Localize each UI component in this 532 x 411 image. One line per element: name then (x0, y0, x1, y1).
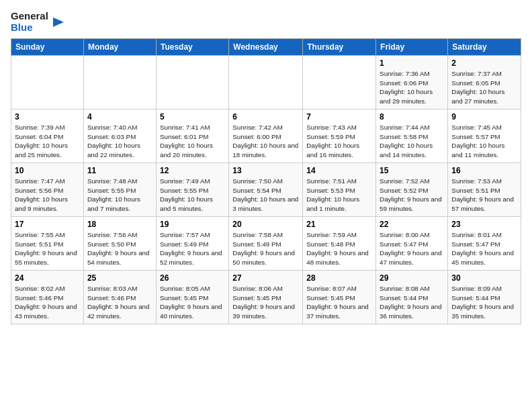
header-monday: Monday (83, 39, 156, 56)
day-number: 25 (87, 273, 152, 283)
header-sunday: Sunday (11, 39, 84, 56)
calendar-cell: 15Sunrise: 7:52 AMSunset: 5:52 PMDayligh… (376, 163, 448, 217)
day-info: Sunrise: 7:59 AMSunset: 5:48 PMDaylight:… (306, 230, 372, 267)
day-info: Sunrise: 7:43 AMSunset: 5:59 PMDaylight:… (306, 123, 372, 160)
day-number: 18 (87, 220, 152, 229)
calendar-cell (229, 56, 303, 109)
day-number: 9 (451, 112, 517, 122)
day-number: 7 (306, 112, 372, 122)
page-header: General Blue (11, 11, 521, 33)
calendar-week-2: 3Sunrise: 7:39 AMSunset: 6:04 PMDaylight… (11, 109, 521, 163)
day-number: 5 (160, 112, 225, 122)
calendar-header-row: SundayMondayTuesdayWednesdayThursdayFrid… (11, 39, 521, 56)
calendar-cell (83, 56, 156, 109)
day-number: 8 (380, 112, 444, 122)
logo-arrow-icon (50, 15, 65, 30)
calendar-table: SundayMondayTuesdayWednesdayThursdayFrid… (11, 38, 521, 324)
day-number: 22 (380, 220, 444, 229)
calendar-cell: 26Sunrise: 8:05 AMSunset: 5:45 PMDayligh… (156, 271, 228, 324)
day-info: Sunrise: 8:09 AMSunset: 5:44 PMDaylight:… (451, 284, 517, 321)
calendar-cell: 1Sunrise: 7:36 AMSunset: 6:06 PMDaylight… (376, 56, 448, 109)
calendar-cell: 13Sunrise: 7:50 AMSunset: 5:54 PMDayligh… (229, 163, 303, 217)
day-info: Sunrise: 7:56 AMSunset: 5:50 PMDaylight:… (87, 230, 152, 267)
day-info: Sunrise: 8:06 AMSunset: 5:45 PMDaylight:… (232, 284, 299, 321)
day-info: Sunrise: 7:41 AMSunset: 6:01 PMDaylight:… (160, 123, 225, 160)
calendar-week-5: 24Sunrise: 8:02 AMSunset: 5:46 PMDayligh… (11, 271, 521, 324)
logo-blue: Blue (11, 22, 48, 34)
day-info: Sunrise: 7:50 AMSunset: 5:54 PMDaylight:… (232, 177, 299, 214)
day-number: 3 (15, 112, 80, 122)
day-number: 12 (160, 166, 225, 175)
calendar-cell: 7Sunrise: 7:43 AMSunset: 5:59 PMDaylight… (303, 109, 376, 163)
day-number: 30 (451, 273, 517, 283)
svg-marker-0 (53, 17, 64, 27)
calendar-cell: 4Sunrise: 7:40 AMSunset: 6:03 PMDaylight… (83, 109, 156, 163)
calendar-cell (303, 56, 376, 109)
day-number: 20 (232, 220, 299, 229)
day-number: 11 (87, 166, 152, 175)
day-info: Sunrise: 8:00 AMSunset: 5:47 PMDaylight:… (380, 230, 444, 267)
calendar-week-1: 1Sunrise: 7:36 AMSunset: 6:06 PMDaylight… (11, 56, 521, 109)
day-number: 2 (451, 58, 517, 68)
day-info: Sunrise: 7:51 AMSunset: 5:53 PMDaylight:… (306, 177, 372, 214)
day-info: Sunrise: 7:40 AMSunset: 6:03 PMDaylight:… (87, 123, 152, 160)
calendar-cell: 11Sunrise: 7:48 AMSunset: 5:55 PMDayligh… (83, 163, 156, 217)
day-number: 13 (232, 166, 299, 175)
day-info: Sunrise: 8:05 AMSunset: 5:45 PMDaylight:… (160, 284, 225, 321)
day-info: Sunrise: 7:42 AMSunset: 6:00 PMDaylight:… (232, 123, 299, 160)
calendar-cell: 18Sunrise: 7:56 AMSunset: 5:50 PMDayligh… (83, 217, 156, 271)
day-info: Sunrise: 7:52 AMSunset: 5:52 PMDaylight:… (380, 177, 444, 214)
day-info: Sunrise: 7:49 AMSunset: 5:55 PMDaylight:… (160, 177, 225, 214)
day-number: 17 (15, 220, 80, 229)
calendar-cell: 14Sunrise: 7:51 AMSunset: 5:53 PMDayligh… (303, 163, 376, 217)
day-number: 23 (451, 220, 517, 229)
day-number: 19 (160, 220, 225, 229)
logo: General Blue (11, 11, 65, 33)
day-number: 28 (306, 273, 372, 283)
header-thursday: Thursday (303, 39, 376, 56)
day-number: 6 (232, 112, 299, 122)
day-number: 29 (380, 273, 444, 283)
calendar-cell: 16Sunrise: 7:53 AMSunset: 5:51 PMDayligh… (448, 163, 521, 217)
logo-general: General (11, 11, 48, 22)
header-tuesday: Tuesday (156, 39, 228, 56)
day-number: 4 (87, 112, 152, 122)
logo-container: General Blue (11, 11, 65, 33)
calendar-cell: 28Sunrise: 8:07 AMSunset: 5:45 PMDayligh… (303, 271, 376, 324)
calendar-cell: 5Sunrise: 7:41 AMSunset: 6:01 PMDaylight… (156, 109, 228, 163)
calendar-cell: 25Sunrise: 8:03 AMSunset: 5:46 PMDayligh… (83, 271, 156, 324)
day-number: 15 (380, 166, 444, 175)
header-friday: Friday (376, 39, 448, 56)
calendar-cell: 8Sunrise: 7:44 AMSunset: 5:58 PMDaylight… (376, 109, 448, 163)
day-info: Sunrise: 7:55 AMSunset: 5:51 PMDaylight:… (15, 230, 80, 267)
day-info: Sunrise: 7:57 AMSunset: 5:49 PMDaylight:… (160, 230, 225, 267)
calendar-cell: 24Sunrise: 8:02 AMSunset: 5:46 PMDayligh… (11, 271, 84, 324)
calendar-cell (156, 56, 228, 109)
calendar-cell: 6Sunrise: 7:42 AMSunset: 6:00 PMDaylight… (229, 109, 303, 163)
calendar-cell: 19Sunrise: 7:57 AMSunset: 5:49 PMDayligh… (156, 217, 228, 271)
calendar-cell: 17Sunrise: 7:55 AMSunset: 5:51 PMDayligh… (11, 217, 84, 271)
day-info: Sunrise: 7:53 AMSunset: 5:51 PMDaylight:… (451, 177, 517, 214)
day-info: Sunrise: 7:36 AMSunset: 6:06 PMDaylight:… (380, 69, 444, 106)
calendar-cell: 30Sunrise: 8:09 AMSunset: 5:44 PMDayligh… (448, 271, 521, 324)
day-info: Sunrise: 8:02 AMSunset: 5:46 PMDaylight:… (15, 284, 80, 321)
calendar-cell: 27Sunrise: 8:06 AMSunset: 5:45 PMDayligh… (229, 271, 303, 324)
header-wednesday: Wednesday (229, 39, 303, 56)
day-info: Sunrise: 8:01 AMSunset: 5:47 PMDaylight:… (451, 230, 517, 267)
calendar-cell: 22Sunrise: 8:00 AMSunset: 5:47 PMDayligh… (376, 217, 448, 271)
day-number: 24 (15, 273, 80, 283)
calendar-cell: 3Sunrise: 7:39 AMSunset: 6:04 PMDaylight… (11, 109, 84, 163)
calendar-cell: 29Sunrise: 8:08 AMSunset: 5:44 PMDayligh… (376, 271, 448, 324)
calendar-cell: 10Sunrise: 7:47 AMSunset: 5:56 PMDayligh… (11, 163, 84, 217)
day-number: 10 (15, 166, 80, 175)
day-number: 14 (306, 166, 372, 175)
day-info: Sunrise: 8:03 AMSunset: 5:46 PMDaylight:… (87, 284, 152, 321)
day-number: 16 (451, 166, 517, 175)
day-info: Sunrise: 7:45 AMSunset: 5:57 PMDaylight:… (451, 123, 517, 160)
day-info: Sunrise: 7:58 AMSunset: 5:49 PMDaylight:… (232, 230, 299, 267)
day-number: 1 (380, 58, 444, 68)
day-info: Sunrise: 7:44 AMSunset: 5:58 PMDaylight:… (380, 123, 444, 160)
calendar-week-4: 17Sunrise: 7:55 AMSunset: 5:51 PMDayligh… (11, 217, 521, 271)
calendar-cell: 21Sunrise: 7:59 AMSunset: 5:48 PMDayligh… (303, 217, 376, 271)
calendar-cell: 20Sunrise: 7:58 AMSunset: 5:49 PMDayligh… (229, 217, 303, 271)
